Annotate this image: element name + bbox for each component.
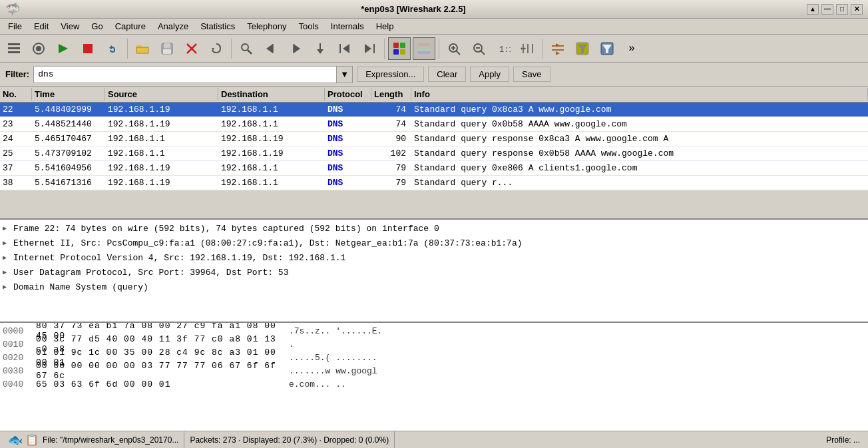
- detail-text: Ethernet II, Src: PcsCompu_c9:fa:a1 (08:…: [13, 238, 523, 248]
- hex-offset: 0000: [3, 326, 36, 336]
- filter-dropdown-btn[interactable]: ▼: [336, 67, 352, 83]
- filter-input[interactable]: [34, 68, 336, 81]
- detail-item[interactable]: ▶User Datagram Protocol, Src Port: 39964…: [0, 265, 868, 280]
- menu-file[interactable]: File: [3, 20, 27, 33]
- packet-row[interactable]: 37 5.541604956 192.168.1.19 192.168.1.1 …: [0, 161, 868, 176]
- packet-list-area: No. Time Source Destination Protocol Len…: [0, 87, 868, 220]
- cell-dst: 192.168.1.1: [218, 176, 325, 189]
- toolbar-close-file-btn[interactable]: [180, 37, 203, 60]
- menu-analyze[interactable]: Analyze: [152, 20, 194, 33]
- titlebar-maximize-up[interactable]: ▲: [807, 4, 819, 15]
- toolbar-colorize-btn[interactable]: [388, 37, 411, 60]
- toolbar-interfaces-btn[interactable]: [3, 37, 25, 60]
- detail-text: Domain Name System (query): [13, 282, 148, 292]
- toolbar-capture-filter-btn[interactable]: [571, 37, 594, 60]
- statusbar-packets-section: Packets: 273 · Displayed: 20 (7.3%) · Dr…: [184, 431, 395, 448]
- svg-marker-24: [365, 44, 371, 53]
- svg-rect-0: [8, 43, 20, 45]
- toolbar-find-btn[interactable]: [235, 37, 258, 60]
- expand-icon: ▶: [3, 254, 11, 262]
- cell-proto: DNS: [325, 118, 371, 130]
- toolbar-last-btn[interactable]: [358, 37, 381, 60]
- cell-src: 192.168.1.19: [105, 176, 218, 189]
- menu-edit[interactable]: Edit: [29, 20, 54, 33]
- toolbar-first-btn[interactable]: [333, 37, 356, 60]
- toolbar-more-btn[interactable]: »: [620, 37, 643, 60]
- toolbar-sep-1: [127, 39, 128, 59]
- titlebar-close-btn[interactable]: ✕: [851, 4, 863, 15]
- filter-label: Filter:: [5, 69, 29, 79]
- cell-info: Standard query response 0x0b58 AAAA www.…: [411, 147, 868, 160]
- toolbar-zoomin-btn[interactable]: [443, 37, 465, 60]
- toolbar-reload-btn[interactable]: [205, 37, 228, 60]
- cell-info: Standard query response 0x8ca3 A www.goo…: [411, 132, 868, 145]
- toolbar-autocolor-btn[interactable]: [413, 37, 435, 60]
- menu-view[interactable]: View: [55, 20, 85, 33]
- packet-row[interactable]: 23 5.448521440 192.168.1.19 192.168.1.1 …: [0, 117, 868, 132]
- expression-btn[interactable]: Expression...: [357, 67, 424, 82]
- toolbar-start-btn[interactable]: [52, 37, 75, 60]
- titlebar-left: 🦈: [5, 2, 20, 17]
- toolbar-expand-btn[interactable]: [546, 37, 569, 60]
- menu-statistics[interactable]: Statistics: [195, 20, 240, 33]
- toolbar-stop-btn[interactable]: [77, 37, 99, 60]
- detail-text: Internet Protocol Version 4, Src: 192.16…: [13, 253, 345, 263]
- apply-btn[interactable]: Apply: [470, 67, 509, 82]
- svg-rect-47: [552, 49, 564, 51]
- packet-row[interactable]: 24 5.465170467 192.168.1.1 192.168.1.19 …: [0, 132, 868, 146]
- toolbar-zoomout-btn[interactable]: [467, 37, 490, 60]
- cell-proto: DNS: [325, 103, 371, 116]
- toolbar-sep-2: [231, 39, 232, 59]
- cell-time: 5.448402999: [32, 103, 105, 116]
- detail-item[interactable]: ▶Internet Protocol Version 4, Src: 192.1…: [0, 250, 868, 265]
- menu-internals[interactable]: Internals: [326, 20, 369, 33]
- hex-bytes: 00 00 00 00 00 00 03 77 77 77 06 67 6f 6…: [36, 361, 289, 381]
- toolbar-back-btn[interactable]: [260, 37, 282, 60]
- toolbar-display-filter-btn[interactable]: [596, 37, 618, 60]
- menu-tools[interactable]: Tools: [293, 20, 324, 33]
- toolbar-restart-btn[interactable]: [101, 37, 124, 60]
- toolbar-normalsize-btn[interactable]: 1:1: [492, 37, 515, 60]
- detail-item[interactable]: ▶Frame 22: 74 bytes on wire (592 bits), …: [0, 221, 868, 236]
- svg-text:1:1: 1:1: [499, 45, 511, 55]
- svg-rect-9: [163, 49, 171, 54]
- titlebar-restore-btn[interactable]: □: [836, 4, 848, 15]
- cell-src: 192.168.1.19: [105, 103, 218, 116]
- titlebar-controls: ▲ — □ ✕: [807, 4, 863, 15]
- cell-time: 5.448521440: [32, 118, 105, 130]
- toolbar-forward-btn[interactable]: [284, 37, 307, 60]
- svg-rect-29: [418, 43, 430, 46]
- cell-info: Standard query r...: [411, 176, 868, 189]
- svg-rect-25: [393, 43, 399, 48]
- detail-item[interactable]: ▶Ethernet II, Src: PcsCompu_c9:fa:a1 (08…: [0, 236, 868, 250]
- toolbar-goto-btn[interactable]: [309, 37, 331, 60]
- expand-icon: ▶: [3, 239, 11, 247]
- toolbar-save-btn[interactable]: [156, 37, 178, 60]
- packet-row[interactable]: 25 5.473709102 192.168.1.1 192.168.1.19 …: [0, 146, 868, 161]
- save-filter-btn[interactable]: Save: [513, 67, 550, 82]
- packet-list-header: No. Time Source Destination Protocol Len…: [0, 87, 868, 103]
- packet-rows: 22 5.448402999 192.168.1.19 192.168.1.1 …: [0, 103, 868, 190]
- toolbar-options-btn[interactable]: [27, 37, 50, 60]
- svg-line-14: [248, 50, 252, 54]
- detail-item[interactable]: ▶Domain Name System (query): [0, 280, 868, 294]
- menu-capture[interactable]: Capture: [110, 20, 151, 33]
- statusbar-file-section: 🐟 📋 File: "/tmp/wireshark_enp0s3_20170..…: [3, 431, 184, 448]
- titlebar-minimize-btn[interactable]: —: [821, 4, 833, 15]
- menu-help[interactable]: Help: [371, 20, 399, 33]
- clear-btn[interactable]: Clear: [428, 67, 466, 82]
- toolbar-resize-columns-btn[interactable]: [517, 37, 539, 60]
- menu-telephony[interactable]: Telephony: [242, 20, 292, 33]
- statusbar: 🐟 📋 File: "/tmp/wireshark_enp0s3_20170..…: [0, 431, 868, 448]
- cell-len: 90: [371, 132, 411, 145]
- toolbar-sep-4: [439, 39, 439, 59]
- svg-line-38: [481, 51, 485, 55]
- packet-row[interactable]: 22 5.448402999 192.168.1.19 192.168.1.1 …: [0, 103, 868, 117]
- titlebar: 🦈 *enp0s3 [Wireshark 2.2.5] ▲ — □ ✕: [0, 0, 868, 19]
- cell-dst: 192.168.1.1: [218, 103, 325, 116]
- expand-icon: ▶: [3, 224, 11, 232]
- menu-go[interactable]: Go: [86, 20, 108, 33]
- packet-row[interactable]: 38 5.541671316 192.168.1.19 192.168.1.1 …: [0, 176, 868, 190]
- toolbar-open-btn[interactable]: [131, 37, 154, 60]
- svg-marker-45: [525, 47, 526, 50]
